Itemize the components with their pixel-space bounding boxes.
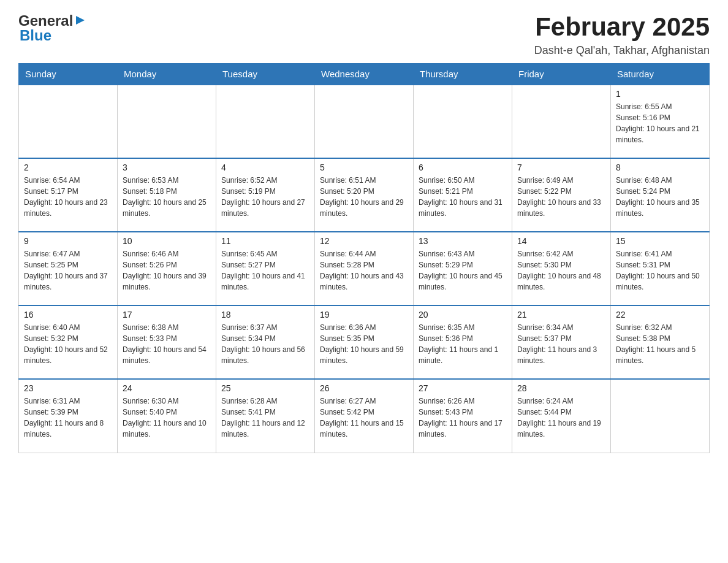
day-info: Sunrise: 6:35 AM Sunset: 5:36 PM Dayligh… xyxy=(419,322,507,366)
calendar-header-monday: Monday xyxy=(118,64,216,85)
day-info: Sunrise: 6:50 AM Sunset: 5:21 PM Dayligh… xyxy=(419,175,507,219)
calendar-header-thursday: Thursday xyxy=(414,64,512,85)
calendar-cell: 9Sunrise: 6:47 AM Sunset: 5:25 PM Daylig… xyxy=(19,232,118,305)
calendar-cell: 12Sunrise: 6:44 AM Sunset: 5:28 PM Dayli… xyxy=(315,232,414,305)
calendar-week-5: 23Sunrise: 6:31 AM Sunset: 5:39 PM Dayli… xyxy=(19,379,710,453)
calendar-cell: 1Sunrise: 6:55 AM Sunset: 5:16 PM Daylig… xyxy=(611,85,710,158)
day-info: Sunrise: 6:44 AM Sunset: 5:28 PM Dayligh… xyxy=(320,248,408,293)
day-number: 1 xyxy=(616,89,704,99)
calendar-cell: 13Sunrise: 6:43 AM Sunset: 5:29 PM Dayli… xyxy=(414,232,512,305)
calendar-cell xyxy=(611,379,710,453)
calendar-cell: 7Sunrise: 6:49 AM Sunset: 5:22 PM Daylig… xyxy=(512,158,611,232)
day-number: 17 xyxy=(123,310,211,320)
day-number: 8 xyxy=(616,163,704,172)
calendar-cell: 19Sunrise: 6:36 AM Sunset: 5:35 PM Dayli… xyxy=(315,305,414,379)
calendar-cell: 21Sunrise: 6:34 AM Sunset: 5:37 PM Dayli… xyxy=(512,305,611,379)
day-info: Sunrise: 6:51 AM Sunset: 5:20 PM Dayligh… xyxy=(320,175,408,219)
calendar-title: February 2025 xyxy=(534,12,710,42)
calendar-cell: 11Sunrise: 6:45 AM Sunset: 5:27 PM Dayli… xyxy=(216,232,315,305)
day-info: Sunrise: 6:53 AM Sunset: 5:18 PM Dayligh… xyxy=(123,175,211,219)
day-number: 7 xyxy=(517,163,605,172)
day-info: Sunrise: 6:28 AM Sunset: 5:41 PM Dayligh… xyxy=(221,396,309,440)
title-section: February 2025 Dasht-e Qal'ah, Takhar, Af… xyxy=(534,12,710,57)
day-number: 22 xyxy=(616,310,704,320)
day-number: 15 xyxy=(616,236,704,246)
page-header: General Blue February 2025 Dasht-e Qal'a… xyxy=(18,12,710,57)
day-number: 26 xyxy=(320,383,408,393)
day-info: Sunrise: 6:27 AM Sunset: 5:42 PM Dayligh… xyxy=(320,396,408,440)
day-info: Sunrise: 6:47 AM Sunset: 5:25 PM Dayligh… xyxy=(24,248,112,293)
calendar-cell: 28Sunrise: 6:24 AM Sunset: 5:44 PM Dayli… xyxy=(512,379,611,453)
calendar-table: SundayMondayTuesdayWednesdayThursdayFrid… xyxy=(18,63,710,453)
day-number: 2 xyxy=(24,163,112,172)
day-info: Sunrise: 6:49 AM Sunset: 5:22 PM Dayligh… xyxy=(517,175,605,219)
calendar-cell: 6Sunrise: 6:50 AM Sunset: 5:21 PM Daylig… xyxy=(414,158,512,232)
day-number: 6 xyxy=(419,163,507,172)
day-info: Sunrise: 6:54 AM Sunset: 5:17 PM Dayligh… xyxy=(24,175,112,219)
calendar-cell: 15Sunrise: 6:41 AM Sunset: 5:31 PM Dayli… xyxy=(611,232,710,305)
day-number: 19 xyxy=(320,310,408,320)
day-info: Sunrise: 6:46 AM Sunset: 5:26 PM Dayligh… xyxy=(123,248,211,293)
calendar-header-saturday: Saturday xyxy=(611,64,710,85)
calendar-cell xyxy=(118,85,216,158)
calendar-cell: 16Sunrise: 6:40 AM Sunset: 5:32 PM Dayli… xyxy=(19,305,118,379)
calendar-cell xyxy=(19,85,118,158)
calendar-cell: 4Sunrise: 6:52 AM Sunset: 5:19 PM Daylig… xyxy=(216,158,315,232)
logo-arrow-icon xyxy=(75,15,86,28)
day-info: Sunrise: 6:55 AM Sunset: 5:16 PM Dayligh… xyxy=(616,101,704,145)
calendar-cell: 18Sunrise: 6:37 AM Sunset: 5:34 PM Dayli… xyxy=(216,305,315,379)
calendar-week-2: 2Sunrise: 6:54 AM Sunset: 5:17 PM Daylig… xyxy=(19,158,710,232)
calendar-cell xyxy=(512,85,611,158)
day-number: 11 xyxy=(221,236,309,246)
calendar-cell xyxy=(216,85,315,158)
calendar-header-sunday: Sunday xyxy=(19,64,118,85)
calendar-cell: 14Sunrise: 6:42 AM Sunset: 5:30 PM Dayli… xyxy=(512,232,611,305)
day-number: 18 xyxy=(221,310,309,320)
day-info: Sunrise: 6:42 AM Sunset: 5:30 PM Dayligh… xyxy=(517,248,605,293)
calendar-cell: 26Sunrise: 6:27 AM Sunset: 5:42 PM Dayli… xyxy=(315,379,414,453)
calendar-cell: 10Sunrise: 6:46 AM Sunset: 5:26 PM Dayli… xyxy=(118,232,216,305)
calendar-header-friday: Friday xyxy=(512,64,611,85)
calendar-cell xyxy=(414,85,512,158)
day-info: Sunrise: 6:26 AM Sunset: 5:43 PM Dayligh… xyxy=(419,396,507,440)
day-info: Sunrise: 6:45 AM Sunset: 5:27 PM Dayligh… xyxy=(221,248,309,293)
calendar-header-wednesday: Wednesday xyxy=(315,64,414,85)
day-number: 13 xyxy=(419,236,507,246)
day-info: Sunrise: 6:40 AM Sunset: 5:32 PM Dayligh… xyxy=(24,322,112,366)
day-info: Sunrise: 6:41 AM Sunset: 5:31 PM Dayligh… xyxy=(616,248,704,293)
logo: General Blue xyxy=(18,12,86,44)
day-number: 24 xyxy=(123,383,211,393)
svg-marker-0 xyxy=(76,16,85,25)
day-info: Sunrise: 6:32 AM Sunset: 5:38 PM Dayligh… xyxy=(616,322,704,366)
day-number: 5 xyxy=(320,163,408,172)
logo-text-blue: Blue xyxy=(20,27,51,44)
day-info: Sunrise: 6:52 AM Sunset: 5:19 PM Dayligh… xyxy=(221,175,309,219)
calendar-cell: 5Sunrise: 6:51 AM Sunset: 5:20 PM Daylig… xyxy=(315,158,414,232)
calendar-week-3: 9Sunrise: 6:47 AM Sunset: 5:25 PM Daylig… xyxy=(19,232,710,305)
calendar-cell: 23Sunrise: 6:31 AM Sunset: 5:39 PM Dayli… xyxy=(19,379,118,453)
day-number: 12 xyxy=(320,236,408,246)
calendar-cell: 2Sunrise: 6:54 AM Sunset: 5:17 PM Daylig… xyxy=(19,158,118,232)
calendar-week-4: 16Sunrise: 6:40 AM Sunset: 5:32 PM Dayli… xyxy=(19,305,710,379)
day-info: Sunrise: 6:37 AM Sunset: 5:34 PM Dayligh… xyxy=(221,322,309,366)
calendar-cell: 22Sunrise: 6:32 AM Sunset: 5:38 PM Dayli… xyxy=(611,305,710,379)
day-number: 10 xyxy=(123,236,211,246)
calendar-cell: 27Sunrise: 6:26 AM Sunset: 5:43 PM Dayli… xyxy=(414,379,512,453)
calendar-subtitle: Dasht-e Qal'ah, Takhar, Afghanistan xyxy=(534,44,710,57)
calendar-header-tuesday: Tuesday xyxy=(216,64,315,85)
day-number: 16 xyxy=(24,310,112,320)
calendar-header-row: SundayMondayTuesdayWednesdayThursdayFrid… xyxy=(19,64,710,85)
day-info: Sunrise: 6:36 AM Sunset: 5:35 PM Dayligh… xyxy=(320,322,408,366)
calendar-cell: 24Sunrise: 6:30 AM Sunset: 5:40 PM Dayli… xyxy=(118,379,216,453)
day-number: 25 xyxy=(221,383,309,393)
day-number: 14 xyxy=(517,236,605,246)
day-info: Sunrise: 6:31 AM Sunset: 5:39 PM Dayligh… xyxy=(24,396,112,440)
day-info: Sunrise: 6:48 AM Sunset: 5:24 PM Dayligh… xyxy=(616,175,704,219)
day-number: 28 xyxy=(517,383,605,393)
day-number: 23 xyxy=(24,383,112,393)
day-number: 27 xyxy=(419,383,507,393)
calendar-cell: 3Sunrise: 6:53 AM Sunset: 5:18 PM Daylig… xyxy=(118,158,216,232)
day-info: Sunrise: 6:30 AM Sunset: 5:40 PM Dayligh… xyxy=(123,396,211,440)
day-number: 4 xyxy=(221,163,309,172)
calendar-cell: 20Sunrise: 6:35 AM Sunset: 5:36 PM Dayli… xyxy=(414,305,512,379)
